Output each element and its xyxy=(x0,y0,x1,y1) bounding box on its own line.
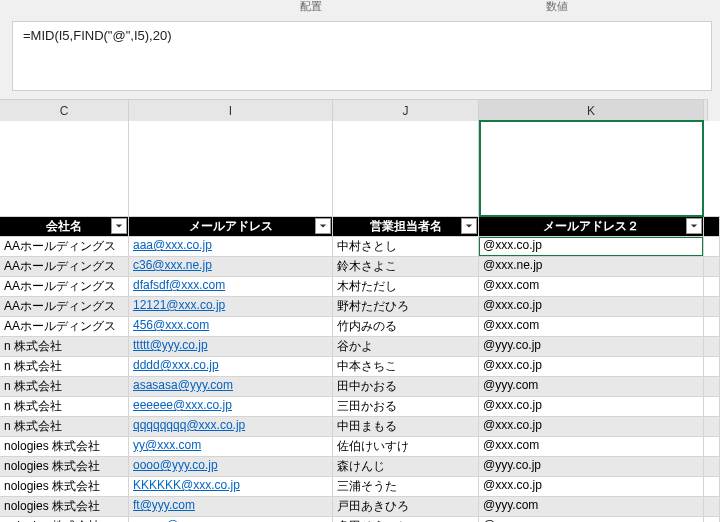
cell-mail[interactable]: aaa@xxx.co.jp xyxy=(129,237,333,256)
filter-icon[interactable] xyxy=(686,218,702,234)
table-row[interactable]: nologies 株式会社yy@xxx.com佐伯けいすけ@xxx.com xyxy=(0,437,720,457)
mail-link[interactable]: ppppp@xxx.com xyxy=(133,518,223,522)
mail-link[interactable]: yy@xxx.com xyxy=(133,438,201,452)
table-row[interactable]: nologies 株式会社ft@yyy.com戸田あきひろ@yyy.com xyxy=(0,497,720,517)
mail-link[interactable]: KKKKKK@xxx.co.jp xyxy=(133,478,240,492)
cell-company[interactable]: nologies 株式会社 xyxy=(0,477,129,496)
table-row[interactable]: n 株式会社dddd@xxx.co.jp中本さちこ@xxx.co.jp xyxy=(0,357,720,377)
header-company[interactable]: 会社名 xyxy=(0,217,129,236)
cell-mail[interactable]: c36@xxx.ne.jp xyxy=(129,257,333,276)
column-header-i[interactable]: I xyxy=(129,100,333,122)
mail-link[interactable]: 456@xxx.com xyxy=(133,318,209,332)
table-row[interactable]: AAホールディングス12121@xxx.co.jp野村ただひろ@xxx.co.j… xyxy=(0,297,720,317)
cell-mail2[interactable]: @xxx.co.jp xyxy=(479,297,704,316)
cell-mail2[interactable]: @xxx.com xyxy=(479,437,704,456)
cell-mail2[interactable]: @xxx.co.jp xyxy=(479,237,704,256)
cell-mail2[interactable]: @xxx.com xyxy=(479,517,704,522)
table-row[interactable]: nologies 株式会社KKKKKK@xxx.co.jp三浦そうた@xxx.c… xyxy=(0,477,720,497)
cell-rep[interactable]: 谷かよ xyxy=(333,337,479,356)
cell-rep[interactable]: 田中かおる xyxy=(333,377,479,396)
cell-mail[interactable]: yy@xxx.com xyxy=(129,437,333,456)
cell-rep[interactable]: 鈴木さよこ xyxy=(333,257,479,276)
formula-bar[interactable]: =MID(I5,FIND("@",I5),20) xyxy=(12,21,712,91)
cell-rep[interactable]: 戸田あきひろ xyxy=(333,497,479,516)
cell-company[interactable]: nologies 株式会社 xyxy=(0,457,129,476)
cell-mail2[interactable]: @xxx.com xyxy=(479,277,704,296)
column-header-k[interactable]: K xyxy=(479,100,704,122)
cell-company[interactable]: AAホールディングス xyxy=(0,237,129,256)
cell-company[interactable]: nologies 株式会社 xyxy=(0,437,129,456)
table-row[interactable]: n 株式会社ttttt@yyy.co.jp谷かよ@yyy.co.jp xyxy=(0,337,720,357)
cell-mail[interactable]: eeeeee@xxx.co.jp xyxy=(129,397,333,416)
mail-link[interactable]: 12121@xxx.co.jp xyxy=(133,298,225,312)
mail-link[interactable]: dfafsdf@xxx.com xyxy=(133,278,225,292)
cell-rep[interactable]: 中本さちこ xyxy=(333,357,479,376)
cell-mail2[interactable]: @yyy.co.jp xyxy=(479,457,704,476)
cell-rep[interactable]: 佐伯けいすけ xyxy=(333,437,479,456)
mail-link[interactable]: qqqqqqqq@xxx.co.jp xyxy=(133,418,245,432)
cell-mail[interactable]: dddd@xxx.co.jp xyxy=(129,357,333,376)
cell-company[interactable]: nologies 株式会社 xyxy=(0,497,129,516)
cell-mail2[interactable]: @yyy.com xyxy=(479,377,704,396)
cell-rep[interactable]: 多田そういち xyxy=(333,517,479,522)
filter-icon[interactable] xyxy=(315,218,331,234)
mail-link[interactable]: dddd@xxx.co.jp xyxy=(133,358,219,372)
mail-link[interactable]: aaa@xxx.co.jp xyxy=(133,238,212,252)
cell-mail2[interactable]: @xxx.co.jp xyxy=(479,357,704,376)
cell-rep[interactable]: 中村さとし xyxy=(333,237,479,256)
header-mail[interactable]: メールアドレス xyxy=(129,217,333,236)
mail-link[interactable]: eeeeee@xxx.co.jp xyxy=(133,398,232,412)
cell-mail2[interactable]: @xxx.co.jp xyxy=(479,397,704,416)
mail-link[interactable]: ft@yyy.com xyxy=(133,498,195,512)
cell-mail[interactable]: dfafsdf@xxx.com xyxy=(129,277,333,296)
cell-rep[interactable]: 木村ただし xyxy=(333,277,479,296)
mail-link[interactable]: ttttt@yyy.co.jp xyxy=(133,338,208,352)
cell-mail[interactable]: qqqqqqqq@xxx.co.jp xyxy=(129,417,333,436)
table-row[interactable]: nologies 株式会社ppppp@xxx.com多田そういち@xxx.com xyxy=(0,517,720,522)
cell-rep[interactable]: 三浦そうた xyxy=(333,477,479,496)
cell-company[interactable]: n 株式会社 xyxy=(0,377,129,396)
mail-link[interactable]: oooo@yyy.co.jp xyxy=(133,458,218,472)
cell-company[interactable]: nologies 株式会社 xyxy=(0,517,129,522)
mail-link[interactable]: asasasa@yyy.com xyxy=(133,378,233,392)
header-mail2[interactable]: メールアドレス２ xyxy=(479,217,704,236)
cell-company[interactable]: n 株式会社 xyxy=(0,417,129,436)
cell-rep[interactable]: 三田かおる xyxy=(333,397,479,416)
cell-mail[interactable]: KKKKKK@xxx.co.jp xyxy=(129,477,333,496)
table-row[interactable]: n 株式会社qqqqqqqq@xxx.co.jp中田まもる@xxx.co.jp xyxy=(0,417,720,437)
cell-company[interactable]: n 株式会社 xyxy=(0,337,129,356)
cell-mail[interactable]: oooo@yyy.co.jp xyxy=(129,457,333,476)
cell-mail2[interactable]: @xxx.com xyxy=(479,317,704,336)
column-header-j[interactable]: J xyxy=(333,100,479,122)
cell-mail2[interactable]: @yyy.co.jp xyxy=(479,337,704,356)
cell-rep[interactable]: 森けんじ xyxy=(333,457,479,476)
cell-mail[interactable]: 456@xxx.com xyxy=(129,317,333,336)
cell-mail2[interactable]: @xxx.co.jp xyxy=(479,417,704,436)
cell-mail[interactable]: asasasa@yyy.com xyxy=(129,377,333,396)
cell-mail[interactable]: ft@yyy.com xyxy=(129,497,333,516)
cell-mail[interactable]: 12121@xxx.co.jp xyxy=(129,297,333,316)
column-header-c[interactable]: C xyxy=(0,100,129,122)
cell-mail2[interactable]: @yyy.com xyxy=(479,497,704,516)
cell-rep[interactable]: 野村ただひろ xyxy=(333,297,479,316)
filter-icon[interactable] xyxy=(461,218,477,234)
table-row[interactable]: n 株式会社eeeeee@xxx.co.jp三田かおる@xxx.co.jp xyxy=(0,397,720,417)
cell-company[interactable]: AAホールディングス xyxy=(0,257,129,276)
mail-link[interactable]: c36@xxx.ne.jp xyxy=(133,258,212,272)
cell-mail2[interactable]: @xxx.ne.jp xyxy=(479,257,704,276)
table-row[interactable]: AAホールディングスc36@xxx.ne.jp鈴木さよこ@xxx.ne.jp xyxy=(0,257,720,277)
cell-company[interactable]: AAホールディングス xyxy=(0,277,129,296)
cell-rep[interactable]: 中田まもる xyxy=(333,417,479,436)
table-row[interactable]: nologies 株式会社oooo@yyy.co.jp森けんじ@yyy.co.j… xyxy=(0,457,720,477)
filter-icon[interactable] xyxy=(111,218,127,234)
cell-company[interactable]: AAホールディングス xyxy=(0,317,129,336)
table-row[interactable]: n 株式会社asasasa@yyy.com田中かおる@yyy.com xyxy=(0,377,720,397)
table-row[interactable]: AAホールディングスdfafsdf@xxx.com木村ただし@xxx.com xyxy=(0,277,720,297)
cell-mail[interactable]: ttttt@yyy.co.jp xyxy=(129,337,333,356)
cell-company[interactable]: n 株式会社 xyxy=(0,357,129,376)
header-rep[interactable]: 営業担当者名 xyxy=(333,217,479,236)
cell-rep[interactable]: 竹内みのる xyxy=(333,317,479,336)
cell-company[interactable]: n 株式会社 xyxy=(0,397,129,416)
table-row[interactable]: AAホールディングス456@xxx.com竹内みのる@xxx.com xyxy=(0,317,720,337)
cell-company[interactable]: AAホールディングス xyxy=(0,297,129,316)
